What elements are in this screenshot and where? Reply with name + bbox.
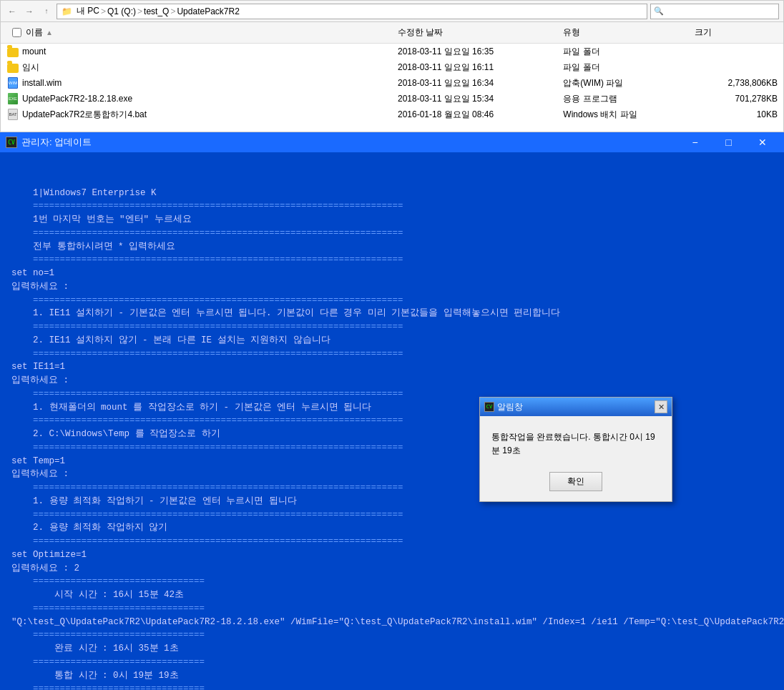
- cmd-line: 입력하세요 :: [11, 280, 773, 294]
- file-list: 이름 ▲ 수정한 날짜 유형 크기 mount: [1, 22, 783, 133]
- file-modified: 2018-03-11 일요일 16:11: [392, 59, 557, 75]
- cmd-line: 1|Windows7 Enterprise K: [11, 187, 773, 200]
- cmd-line: 2. IE11 설치하지 않기 - 본래 다른 IE 설치는 지원하지 않습니다: [11, 334, 773, 348]
- minimize-button[interactable]: −: [679, 132, 711, 152]
- table-row[interactable]: BAT UpdatePack7R2로통합하기4.bat 2016-01-18 월…: [1, 107, 783, 122]
- cmd-line: 입력하세요 : 2: [11, 562, 773, 576]
- cmd-line: ========================================…: [11, 227, 773, 240]
- col-header-modified[interactable]: 수정한 날짜: [392, 22, 557, 44]
- cmd-titlebar: CV 관리자: 업데이트 − □ ✕: [0, 132, 784, 152]
- cmd-line: "Q:\test_Q\UpdatePack7R2\UpdatePack7R2-1…: [11, 616, 773, 629]
- path-part-drive[interactable]: Q1 (Q:): [107, 6, 136, 16]
- file-type: 파일 폴더: [557, 44, 689, 60]
- cmd-window: CV 관리자: 업데이트 − □ ✕ 1|Windows7 Enterprise…: [0, 132, 784, 690]
- file-name-cell[interactable]: 임시: [1, 59, 392, 75]
- path-icon: 📁: [62, 6, 72, 16]
- back-button[interactable]: ←: [5, 4, 19, 19]
- file-name-cell[interactable]: EXE UpdatePack7R2-18.2.18.exe: [1, 91, 392, 107]
- alert-ok-button[interactable]: 확인: [549, 472, 602, 491]
- col-header-name[interactable]: 이름 ▲: [1, 22, 392, 44]
- file-type: 파일 폴더: [557, 59, 689, 75]
- cmd-line: ================================: [11, 682, 773, 690]
- cmd-line: 1번 마지막 번호는 "엔터" 누르세요: [11, 213, 773, 227]
- forward-button[interactable]: →: [22, 4, 36, 19]
- cmd-line: ================================: [11, 656, 773, 669]
- cmd-line: 전부 통합하시려면 * 입력하세요: [11, 240, 773, 254]
- maximize-button[interactable]: □: [712, 132, 745, 152]
- cmd-line: ========================================…: [11, 508, 773, 522]
- cmd-line: 1. IE11 설치하기 - 기본값은 엔터 누르시면 됩니다. 기본값이 다른…: [11, 307, 773, 320]
- cmd-line: ========================================…: [11, 199, 773, 213]
- cmd-line: set no=1: [11, 267, 773, 280]
- alert-title: 알림창: [497, 401, 523, 413]
- file-type: Windows 배치 파일: [557, 107, 689, 122]
- cmd-title: 관리자: 업데이트: [21, 136, 92, 149]
- search-box[interactable]: 🔍: [650, 4, 779, 19]
- alert-titlebar: CV 알림창 ✕: [480, 398, 672, 416]
- alert-icon: CV: [484, 402, 494, 412]
- col-header-type[interactable]: 유형: [557, 22, 689, 44]
- address-path[interactable]: 📁 내 PC > Q1 (Q:) > test_Q > UpdatePack7R…: [57, 4, 647, 19]
- file-size: [689, 59, 783, 75]
- file-name-cell[interactable]: BAT UpdatePack7R2로통합하기4.bat: [1, 107, 392, 122]
- file-type: 압축(WIM) 파일: [557, 75, 689, 91]
- alert-dialog: CV 알림창 ✕ 통합작업을 완료했습니다. 통합시간 0시 19분 19초 확…: [479, 397, 672, 502]
- table-row[interactable]: EXE UpdatePack7R2-18.2.18.exe 2018-03-11…: [1, 91, 783, 107]
- cmd-line: set IE11=1: [11, 360, 773, 374]
- file-table: 이름 ▲ 수정한 날짜 유형 크기 mount: [1, 22, 783, 122]
- address-bar: ← → ↑ 📁 내 PC > Q1 (Q:) > test_Q > Update…: [1, 1, 783, 22]
- col-header-size[interactable]: 크기: [689, 22, 783, 44]
- cmd-line: 통합 시간 : 0시 19분 19초: [11, 669, 773, 683]
- select-all-checkbox[interactable]: [12, 28, 21, 37]
- alert-footer: 확인: [480, 468, 672, 501]
- file-modified: 2016-01-18 월요일 08:46: [392, 107, 557, 122]
- path-part-folder[interactable]: test_Q: [144, 6, 169, 16]
- cmd-line: 2. 용량 최적화 작업하지 않기: [11, 521, 773, 535]
- file-type: 응용 프로그램: [557, 91, 689, 107]
- close-button[interactable]: ✕: [746, 132, 778, 152]
- alert-body: 통합작업을 완료했습니다. 통합시간 0시 19분 19초: [480, 416, 672, 468]
- file-size: 10KB: [689, 107, 783, 122]
- file-name-cell[interactable]: WIM install.wim: [1, 75, 392, 91]
- cmd-controls: − □ ✕: [679, 132, 778, 152]
- file-explorer: ← → ↑ 📁 내 PC > Q1 (Q:) > test_Q > Update…: [0, 0, 784, 132]
- cmd-line: 입력하세요 :: [11, 374, 773, 388]
- table-row[interactable]: 임시 2018-03-11 일요일 16:11 파일 폴더: [1, 59, 783, 75]
- file-size: 2,738,806KB: [689, 75, 783, 91]
- file-modified: 2018-03-11 일요일 16:34: [392, 75, 557, 91]
- cmd-icon: CV: [6, 137, 17, 148]
- cmd-line: ================================: [11, 602, 773, 616]
- cmd-line: ================================: [11, 575, 773, 588]
- cmd-line: ========================================…: [11, 320, 773, 334]
- file-name-cell[interactable]: mount: [1, 44, 392, 60]
- up-button[interactable]: ↑: [39, 4, 54, 19]
- cmd-line: 시작 시간 : 16시 15분 42초: [11, 588, 773, 602]
- file-modified: 2018-03-11 일요일 15:34: [392, 91, 557, 107]
- cmd-line: ================================: [11, 629, 773, 642]
- file-size: 701,278KB: [689, 91, 783, 107]
- path-part-subfolder[interactable]: UpdatePack7R2: [177, 6, 239, 16]
- file-size: [689, 44, 783, 60]
- path-part-pc[interactable]: 내 PC: [77, 5, 99, 17]
- cmd-line: set Optimize=1: [11, 548, 773, 562]
- alert-message: 통합작업을 완료했습니다. 통합시간 0시 19분 19초: [491, 432, 655, 455]
- cmd-line: 완료 시간 : 16시 35분 1초: [11, 642, 773, 656]
- file-modified: 2018-03-11 일요일 16:35: [392, 44, 557, 60]
- cmd-line: ========================================…: [11, 294, 773, 307]
- cmd-line: ========================================…: [11, 535, 773, 548]
- cmd-line: ========================================…: [11, 253, 773, 267]
- table-row[interactable]: WIM install.wim 2018-03-11 일요일 16:34 압축(…: [1, 75, 783, 91]
- alert-close-button[interactable]: ✕: [655, 400, 667, 413]
- cmd-line: ========================================…: [11, 348, 773, 361]
- table-row[interactable]: mount 2018-03-11 일요일 16:35 파일 폴더: [1, 44, 783, 60]
